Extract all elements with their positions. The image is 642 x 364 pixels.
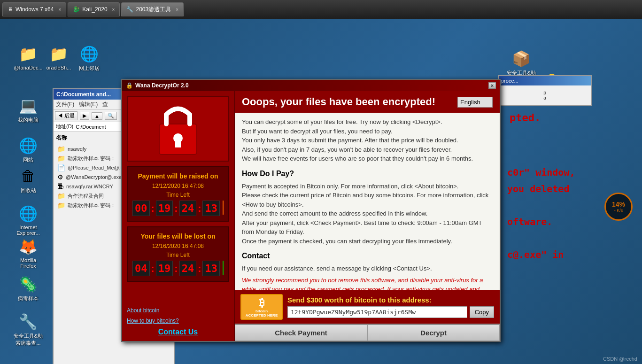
small-window-content: p a	[499, 85, 591, 105]
desktop-icon-ie[interactable]: 🌐 Internet Explorer...	[9, 202, 47, 238]
icon-img: 🦊	[19, 237, 38, 256]
address-path: C:\Document	[76, 124, 106, 130]
wc-bottom-buttons: Check Payment Decrypt	[235, 324, 500, 341]
menu-view[interactable]: 查	[102, 101, 108, 108]
desktop-icon-recycle[interactable]: 🗑 回收站	[9, 164, 47, 196]
timer-digit: 24	[179, 201, 197, 216]
timer-digit: 24	[179, 261, 197, 276]
tab-kali[interactable]: 🐉 Kali_2020 ×	[68, 2, 120, 16]
tab-close[interactable]: ×	[58, 7, 61, 12]
archive-icon: 🗜	[57, 183, 64, 190]
background-small-window: proce... p a	[498, 75, 592, 106]
tab-2003tools[interactable]: 🔧 2003渗透工具 ×	[121, 2, 184, 16]
timer-digit: 13	[202, 201, 220, 216]
wannacry-window: 🔒 Wana DecryptOr 2.0 ×	[121, 79, 501, 342]
folder-icon: 📁	[57, 201, 65, 209]
bitcoin-address-input[interactable]	[287, 306, 467, 318]
icon-img: 🗑	[19, 167, 38, 186]
folder-icon: 📁	[57, 155, 65, 162]
how-to-buy-link[interactable]: How to buy bitcoins?	[127, 318, 229, 324]
icon-img: 🌐	[19, 136, 38, 155]
desktop-icon-firefox[interactable]: 🦊 Mozilla Firefox	[9, 235, 47, 271]
red-text-2: c0r" window,	[507, 167, 575, 178]
contact-us-button[interactable]: Contact Us	[127, 328, 229, 336]
wc-links: About bitcoin How to buy bitcoins? Conta…	[127, 307, 229, 336]
red-text-5: c@.exe" in	[507, 249, 564, 260]
tab-windows7[interactable]: 🖥 Windows 7 x64 ×	[2, 2, 66, 16]
language-wrapper: English Chinese Spanish	[457, 97, 493, 108]
file-explorer-title: C:\Documents and...	[56, 91, 111, 98]
copy-button[interactable]: Copy	[470, 306, 494, 318]
wc-titlebar: 🔒 Wana DecryptOr 2.0 ×	[122, 80, 500, 91]
desktop-icon-tools[interactable]: 🔧 安全工具&勒索病毒查...	[9, 310, 47, 349]
files-lost-date: 12/16/2020 16:47:08	[132, 243, 224, 249]
check-payment-button[interactable]: Check Payment	[235, 325, 367, 341]
progress-indicator-2	[223, 261, 224, 275]
time-left-label-1: Time Left	[132, 192, 224, 198]
wc-body: Payment will be raised on 12/12/2020 16:…	[122, 91, 500, 341]
desktop-area: 📁 @fanaDec... 📁 oracleSh... 🌐 网上邻居 💻 我的电…	[0, 19, 642, 364]
timer-colon: :	[151, 201, 155, 216]
wc-close-button[interactable]: ×	[488, 82, 496, 89]
tab-label: Kali_2020	[82, 6, 107, 13]
menu-edit[interactable]: 编辑(E)	[79, 101, 98, 108]
padlock-svg	[155, 101, 201, 157]
timer-colon: :	[174, 201, 178, 216]
desktop-icon-mail[interactable]: 🌐 网上邻居	[70, 42, 108, 74]
bitcoin-address-row: Copy	[287, 306, 494, 318]
icon-img: 🔧	[19, 312, 38, 331]
icon-img: 📦	[512, 49, 531, 68]
desktop-icon-web[interactable]: 🌐 网站	[9, 134, 47, 166]
countdown-timer-2: 04 : 19 : 24 : 13	[132, 261, 224, 276]
fe-search-btn[interactable]: 🔍	[105, 112, 117, 120]
red-text-3: you deleted	[507, 183, 569, 194]
icon-img: 🌐	[19, 204, 38, 223]
wc-header-title: Ooops, your files have been encrypted!	[242, 96, 435, 108]
files-lost-text: Your files will be lost on	[132, 232, 224, 240]
timer-digit: 00	[132, 201, 150, 216]
timer-digit: 13	[202, 261, 220, 276]
tab-icon: 🐉	[73, 6, 80, 13]
icon-img: 🦠	[19, 275, 38, 294]
wc-window-icon: 🔒	[126, 82, 133, 89]
desktop: 🖥 Windows 7 x64 × 🐉 Kali_2020 × 🔧 2003渗透…	[0, 0, 642, 364]
wc-right-panel: Ooops, your files have been encrypted! E…	[235, 91, 500, 341]
wc-right-header: Ooops, your files have been encrypted! E…	[235, 91, 500, 113]
icon-img: 🌐	[80, 45, 99, 63]
tab-close[interactable]: ×	[112, 7, 115, 12]
icon-img: 📁	[19, 45, 38, 63]
wc-content-area: You can decrypt some of your files for f…	[235, 113, 500, 290]
how-to-pay-text: Payment is accepted in Bitcoin only. For…	[242, 182, 493, 246]
icon-img: 💻	[19, 96, 38, 115]
intro-paragraph: You can decrypt some of your files for f…	[242, 117, 493, 163]
fe-forward-btn[interactable]: ▶	[80, 112, 89, 120]
timer-digit: 04	[132, 261, 150, 276]
tab-icon: 🖥	[8, 6, 13, 13]
fe-up-btn[interactable]: ▲	[92, 112, 102, 120]
how-to-pay-title: How Do I Pay?	[242, 168, 493, 179]
wc-titlebar-left: 🔒 Wana DecryptOr 2.0	[126, 82, 189, 89]
menu-file[interactable]: 文件(F)	[56, 101, 74, 108]
bitcoin-send-label: Send $300 worth of bitcoin to this addre…	[287, 296, 494, 304]
padlock-area	[127, 96, 229, 162]
about-bitcoin-link[interactable]: About bitcoin	[127, 307, 229, 314]
timer-colon: :	[198, 201, 201, 216]
red-warning-text: We strongly recommend you to not remove …	[242, 276, 493, 291]
payment-raised-text: Payment will be raised on	[132, 172, 224, 180]
payment-date: 12/12/2020 16:47:08	[132, 183, 224, 189]
btc-symbol: ₿	[259, 297, 264, 309]
tab-label: Windows 7 x64	[15, 6, 54, 13]
decrypt-button[interactable]: Decrypt	[367, 325, 500, 341]
contact-title: Contact	[242, 250, 493, 262]
fe-back-btn[interactable]: ◀ 后退	[55, 111, 77, 120]
desktop-icon-malware[interactable]: 🦠 病毒样本	[9, 272, 47, 304]
tab-label: 2003渗透工具	[136, 6, 171, 14]
tab-close[interactable]: ×	[176, 7, 178, 12]
folder-icon: 📁	[57, 145, 65, 153]
desktop-icon-my-computer[interactable]: 💻 我的电脑	[9, 94, 47, 126]
tab-icon: 🔧	[126, 6, 133, 13]
language-select[interactable]: English Chinese Spanish	[457, 97, 493, 108]
timer-digit: 19	[156, 261, 173, 276]
contact-text: If you need our assistance, send a messa…	[242, 264, 493, 273]
icon-img: 📁	[49, 45, 68, 63]
